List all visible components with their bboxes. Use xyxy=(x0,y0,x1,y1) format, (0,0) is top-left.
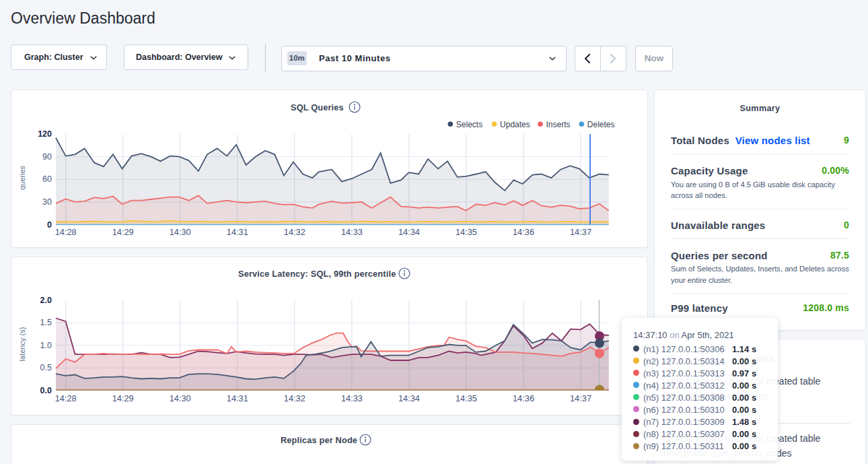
svg-text:0.0: 0.0 xyxy=(40,386,52,395)
svg-text:0.5: 0.5 xyxy=(40,363,52,372)
svg-text:14:30: 14:30 xyxy=(170,393,191,403)
svg-text:14:33: 14:33 xyxy=(341,393,363,403)
svg-text:14:31: 14:31 xyxy=(227,393,248,403)
svg-text:1.0: 1.0 xyxy=(40,341,52,350)
svg-text:2.0: 2.0 xyxy=(40,296,52,305)
svg-text:latency (s): latency (s) xyxy=(18,327,26,362)
svg-text:14:28: 14:28 xyxy=(55,393,77,403)
svg-text:14:36: 14:36 xyxy=(513,393,534,403)
svg-text:14:37: 14:37 xyxy=(570,393,591,403)
svg-text:14:35: 14:35 xyxy=(456,393,477,403)
svg-text:14:29: 14:29 xyxy=(112,393,134,403)
svg-text:14:34: 14:34 xyxy=(398,393,420,403)
svg-text:14:32: 14:32 xyxy=(284,393,305,403)
svg-text:1.5: 1.5 xyxy=(40,318,52,327)
